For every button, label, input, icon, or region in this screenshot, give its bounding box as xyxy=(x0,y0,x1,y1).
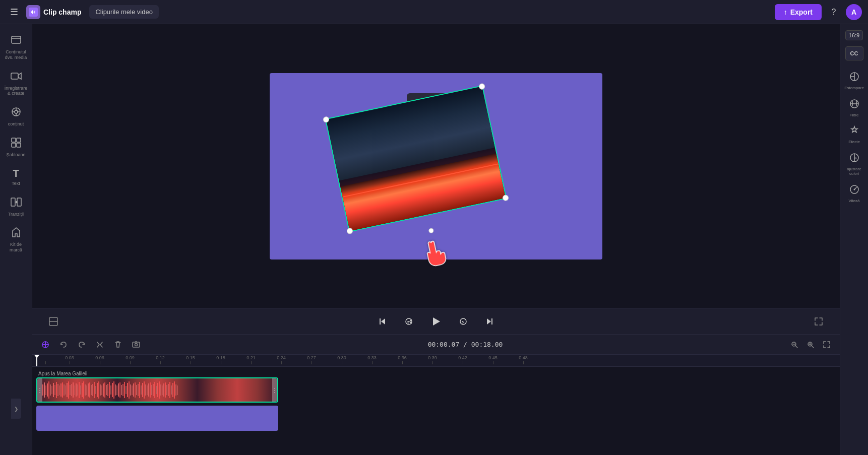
video-track-clip[interactable]: ⋮ ⋮ xyxy=(36,377,278,403)
sidebar-item-brand[interactable]: Kit de marcă xyxy=(2,223,30,257)
sidebar-item-media[interactable]: Conținutul dvs. media xyxy=(2,30,30,64)
help-icon: ? xyxy=(832,8,836,17)
templates-icon xyxy=(11,137,22,151)
ruler-mark: 0:45 xyxy=(478,355,508,364)
right-tool-effects[interactable]: Efecte xyxy=(842,122,866,148)
svg-rect-2 xyxy=(11,73,18,79)
ruler-mark: 0:48 xyxy=(508,355,538,364)
main-layout: Conținutul dvs. media Înregistrare & cre… xyxy=(0,24,868,455)
nav-my-videos[interactable]: Clipurile mele video xyxy=(89,5,158,19)
color-icon xyxy=(849,153,859,165)
preview-area: ··· xyxy=(32,24,840,308)
right-tool-filters[interactable]: Filtre xyxy=(842,96,866,121)
hamburger-menu[interactable]: ☰ xyxy=(6,4,22,20)
svg-rect-10 xyxy=(17,138,21,142)
sidebar-item-content[interactable]: conținut xyxy=(2,102,30,131)
color-label: ajustare culori xyxy=(844,167,864,176)
skip-to-end-button[interactable] xyxy=(480,312,499,331)
time-display: 00:00.07 / 00:18.00 xyxy=(147,341,783,348)
cc-badge[interactable]: CC xyxy=(845,46,863,60)
skip-to-start-button[interactable] xyxy=(374,312,392,331)
undo-button[interactable] xyxy=(56,338,71,352)
sidebar-item-text[interactable]: T Text xyxy=(2,164,30,190)
ruler-mark: 0:15 xyxy=(175,355,206,364)
resize-handle-br[interactable] xyxy=(502,194,509,201)
filters-icon xyxy=(849,99,859,111)
svg-point-42 xyxy=(853,188,855,190)
text-icon: T xyxy=(13,168,19,179)
forward-button[interactable]: 5 xyxy=(454,312,472,331)
redo-button[interactable] xyxy=(75,338,89,352)
content-label: conținut xyxy=(8,121,24,127)
brand-label: Kit de marcă xyxy=(4,242,28,253)
svg-text:5: 5 xyxy=(407,320,409,324)
right-tool-easing[interactable]: Estompare xyxy=(842,69,866,94)
svg-rect-12 xyxy=(17,143,21,147)
right-sidebar-top: 16:9 CC xyxy=(843,28,865,67)
add-tool-button[interactable] xyxy=(38,338,52,352)
screenshot-button[interactable] xyxy=(129,338,143,352)
svg-rect-11 xyxy=(12,143,16,147)
speed-label: Viteză xyxy=(848,199,859,204)
text-label: Text xyxy=(12,181,20,186)
content-icon xyxy=(11,106,22,120)
easing-label: Estompare xyxy=(844,86,864,91)
svg-point-27 xyxy=(135,343,138,346)
app-title: Clip champ xyxy=(43,8,81,16)
split-button[interactable] xyxy=(93,338,107,352)
fullscreen-button[interactable] xyxy=(810,312,828,331)
ruler-mark: 0:21 xyxy=(236,355,266,364)
ruler-mark xyxy=(36,360,54,364)
preview-canvas: ··· xyxy=(270,73,602,259)
templates-label: Șabloane xyxy=(6,152,25,158)
timeline-ruler: 0:03 0:06 0:09 0:12 xyxy=(32,355,840,367)
svg-rect-9 xyxy=(12,138,16,142)
user-avatar[interactable]: A xyxy=(846,4,862,20)
easing-icon xyxy=(849,72,859,84)
rotate-dot xyxy=(428,227,434,233)
svg-point-4 xyxy=(15,110,18,113)
right-sidebar: 16:9 CC Estompare Filtre xyxy=(840,24,868,455)
svg-rect-24 xyxy=(491,318,492,324)
rotation-handle[interactable] xyxy=(428,227,434,233)
ruler-mark: 0:27 xyxy=(296,355,327,364)
sidebar-expand-btn[interactable]: ❯ xyxy=(11,399,21,419)
play-button[interactable] xyxy=(426,311,446,332)
sidebar-item-record[interactable]: Înregistrare & create xyxy=(2,67,30,101)
zoom-in-button[interactable] xyxy=(803,338,818,352)
ruler-mark: 0:24 xyxy=(266,355,296,364)
sidebar-item-transitions[interactable]: Tranziții xyxy=(2,192,30,221)
resize-handle-tr[interactable] xyxy=(478,83,485,90)
media-icon xyxy=(11,34,22,48)
timeline-tracks: Apus la Marea Galileii ⋮ ⋮ xyxy=(32,367,840,434)
transitions-icon xyxy=(11,197,22,210)
right-tool-color[interactable]: ajustare culori xyxy=(842,150,866,179)
export-button[interactable]: ↑ Export xyxy=(775,4,822,20)
sidebar-item-templates[interactable]: Șabloane xyxy=(2,133,30,162)
help-button[interactable]: ? xyxy=(826,4,842,20)
rewind-button[interactable]: 5 xyxy=(400,312,418,331)
ruler-mark: 0:12 xyxy=(145,355,175,364)
aspect-ratio-badge[interactable]: 16:9 xyxy=(845,30,863,40)
bg-track-clip[interactable] xyxy=(36,406,278,431)
track-label: Apus la Marea Galileii xyxy=(36,371,840,376)
left-sidebar: Conținutul dvs. media Înregistrare & cre… xyxy=(0,24,32,455)
ruler-mark: 0:39 xyxy=(417,355,448,364)
zoom-out-button[interactable] xyxy=(787,338,801,352)
split-screen-button[interactable] xyxy=(44,312,63,331)
svg-rect-13 xyxy=(11,198,15,206)
right-tool-speed[interactable]: Viteză xyxy=(842,181,866,207)
playhead[interactable] xyxy=(36,355,37,366)
zoom-fit-button[interactable] xyxy=(820,338,834,352)
topbar: ☰ Clip champ Clipurile mele video ↑ Expo… xyxy=(0,0,868,24)
svg-line-32 xyxy=(812,346,814,348)
video-clip[interactable] xyxy=(325,85,507,232)
record-label: Înregistrare & create xyxy=(4,86,28,97)
logo-icon xyxy=(26,5,40,19)
track-handle-right[interactable]: ⋮ xyxy=(272,378,277,402)
ruler-mark: 0:09 xyxy=(115,355,145,364)
delete-button[interactable] xyxy=(111,338,125,352)
svg-rect-14 xyxy=(17,198,21,206)
effects-label: Efecte xyxy=(848,140,860,145)
track-handle-left[interactable]: ⋮ xyxy=(37,378,42,402)
